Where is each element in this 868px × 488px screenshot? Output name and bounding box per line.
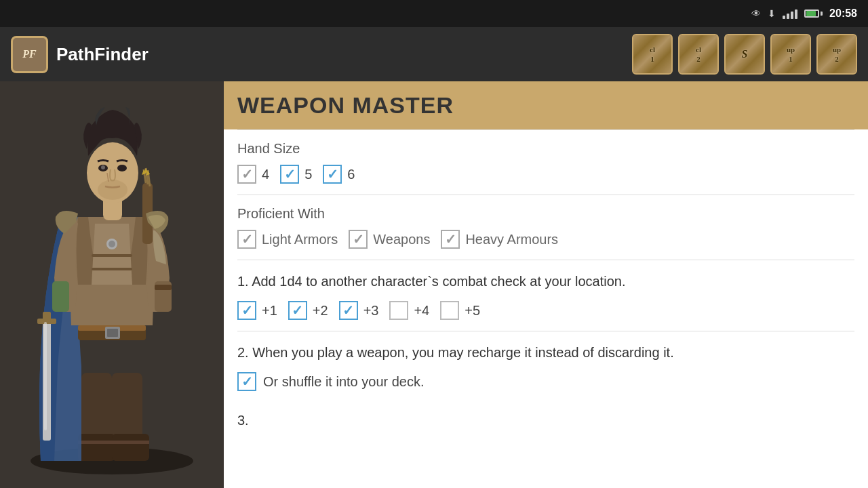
character-panel [0,81,224,488]
main-content: WEAPON MASTER Hand Size 4 5 6 [0,81,868,488]
checkbox-light-armors[interactable] [237,230,256,249]
bonus-3-label: +3 [363,303,379,319]
nav-up1[interactable]: up1 [770,34,811,75]
ability3-number: 3. [224,402,868,428]
status-bar: 👁 ⬇ 20:58 [0,0,868,27]
app-bar: PF PathFinder cl1 cl2 S up1 up2 [0,27,868,81]
hand-size-5-label: 5 [304,167,312,182]
svg-rect-7 [112,441,149,444]
svg-point-13 [108,241,115,247]
proficient-section: Proficient With Light Armors Weapons Hea… [224,195,868,260]
proficient-weapons: Weapons [349,230,430,249]
status-time: 20:58 [829,7,857,20]
checkbox-5[interactable] [280,165,299,184]
bonus-4-label: +4 [414,303,429,319]
bonus-2-label: +2 [313,303,328,319]
svg-rect-21 [43,312,51,322]
detail-panel: WEAPON MASTER Hand Size 4 5 6 [224,81,868,488]
bonus-2: +2 [288,301,328,320]
detail-header: WEAPON MASTER [224,81,868,129]
checkbox-plus4[interactable] [389,301,408,320]
proficient-light-armors: Light Armors [237,230,338,249]
battery-icon [804,9,823,18]
light-armors-label: Light Armors [262,232,338,247]
app-title: PathFinder [56,44,624,65]
or-shuffle-label: Or shuffle it into your deck. [263,374,425,390]
page-title: WEAPON MASTER [237,92,854,119]
svg-rect-4 [78,434,115,461]
hand-size-label: Hand Size [237,141,854,157]
ability1-text: 1. Add 1d4 to another character`s combat… [237,271,854,291]
nav-up2[interactable]: up2 [816,34,857,75]
hand-size-6: 6 [323,165,355,184]
proficient-label: Proficient With [237,206,854,222]
checkbox-4[interactable] [237,165,256,184]
checkbox-weapons[interactable] [349,230,368,249]
svg-rect-17 [155,285,172,290]
checkbox-plus3[interactable] [339,301,358,320]
hand-size-row: 4 5 6 [237,165,854,184]
svg-rect-14 [92,254,132,257]
svg-rect-11 [107,329,118,337]
checkbox-plus5[interactable] [440,301,459,320]
character-image [0,81,224,488]
svg-rect-6 [78,441,115,444]
nav-cl2[interactable]: cl2 [678,34,719,75]
svg-rect-22 [44,322,47,430]
svg-point-34 [101,165,105,169]
nav-s[interactable]: S [724,34,765,75]
weapons-label: Weapons [373,232,430,247]
heavy-armours-label: Heavy Armours [465,232,558,247]
checkbox-6[interactable] [323,165,342,184]
svg-rect-5 [112,434,149,461]
signal-icon [783,8,797,19]
ability2-text: 2. When you play a weapon, you may recha… [237,342,854,363]
nav-cl1[interactable]: cl1 [632,34,673,75]
bonus-4: +4 [389,301,429,320]
hand-size-6-label: 6 [347,167,355,182]
proficient-row: Light Armors Weapons Heavy Armours [237,230,854,249]
app-logo: PF [11,36,48,73]
checkbox-plus1[interactable] [237,301,256,320]
bonus-1-label: +1 [262,303,277,319]
bonus-1: +1 [237,301,277,320]
ability2-section: 2. When you play a weapon, you may recha… [224,331,868,402]
svg-point-33 [117,165,127,171]
bonus-5: +5 [440,301,480,320]
svg-rect-15 [92,268,132,270]
checkbox-heavy-armours[interactable] [441,230,460,249]
hand-size-section: Hand Size 4 5 6 [224,130,868,195]
checkbox-plus2[interactable] [288,301,307,320]
nav-icons: cl1 cl2 S up1 up2 [632,34,857,75]
bonus-5-label: +5 [465,303,480,319]
download-icon: ⬇ [768,8,776,19]
hand-size-4-label: 4 [262,167,269,182]
hand-size-4: 4 [237,165,269,184]
ability1-bonuses: +1 +2 +3 +4 +5 [237,301,854,320]
proficient-heavy-armours: Heavy Armours [441,230,558,249]
checkbox-or-shuffle[interactable] [237,372,256,391]
svg-point-35 [98,180,127,200]
hand-size-5: 5 [280,165,312,184]
eye-icon: 👁 [751,8,761,19]
bonus-3: +3 [339,301,379,320]
svg-rect-18 [52,281,69,312]
or-shuffle-row: Or shuffle it into your deck. [237,372,854,391]
ability1-section: 1. Add 1d4 to another character`s combat… [224,260,868,331]
